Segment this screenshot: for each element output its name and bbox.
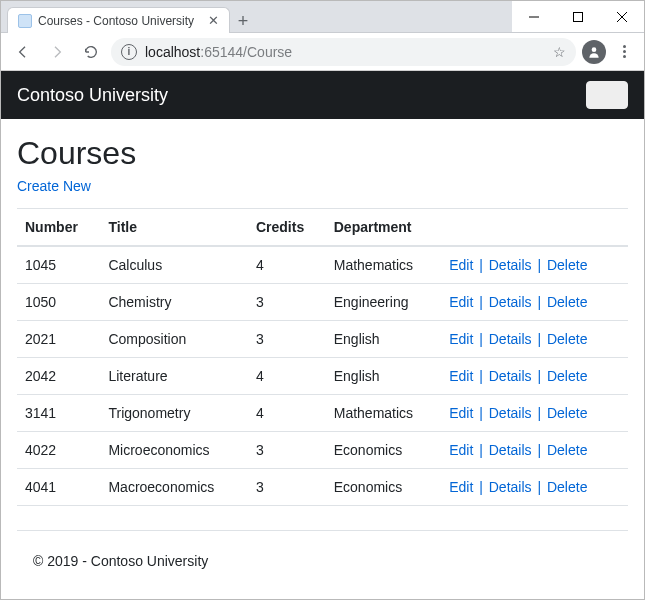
cell-title: Calculus bbox=[100, 246, 248, 284]
action-separator: | bbox=[532, 405, 547, 421]
table-row: 1050Chemistry3EngineeringEdit | Details … bbox=[17, 284, 628, 321]
edit-link[interactable]: Edit bbox=[449, 479, 473, 495]
close-icon[interactable]: ✕ bbox=[208, 13, 219, 28]
delete-link[interactable]: Delete bbox=[547, 479, 587, 495]
action-separator: | bbox=[473, 331, 488, 347]
url-path: /Course bbox=[243, 44, 292, 60]
cell-number: 4022 bbox=[17, 432, 100, 469]
action-separator: | bbox=[532, 294, 547, 310]
cell-actions: Edit | Details | Delete bbox=[441, 469, 628, 506]
table-row: 2042Literature4EnglishEdit | Details | D… bbox=[17, 358, 628, 395]
edit-link[interactable]: Edit bbox=[449, 257, 473, 273]
browser-toolbar: i localhost:65144/Course ☆ bbox=[1, 33, 644, 71]
details-link[interactable]: Details bbox=[489, 331, 532, 347]
col-actions bbox=[441, 209, 628, 247]
delete-link[interactable]: Delete bbox=[547, 257, 587, 273]
forward-button[interactable] bbox=[43, 38, 71, 66]
action-separator: | bbox=[532, 442, 547, 458]
cell-actions: Edit | Details | Delete bbox=[441, 395, 628, 432]
table-row: 4041Macroeconomics3EconomicsEdit | Detai… bbox=[17, 469, 628, 506]
action-separator: | bbox=[473, 405, 488, 421]
cell-number: 1045 bbox=[17, 246, 100, 284]
cell-credits: 3 bbox=[248, 321, 326, 358]
details-link[interactable]: Details bbox=[489, 405, 532, 421]
address-bar[interactable]: i localhost:65144/Course ☆ bbox=[111, 38, 576, 66]
col-number: Number bbox=[17, 209, 100, 247]
svg-rect-0 bbox=[574, 12, 583, 21]
cell-actions: Edit | Details | Delete bbox=[441, 284, 628, 321]
cell-number: 3141 bbox=[17, 395, 100, 432]
edit-link[interactable]: Edit bbox=[449, 405, 473, 421]
browser-menu-button[interactable] bbox=[612, 43, 636, 60]
col-department: Department bbox=[326, 209, 441, 247]
tab-favicon bbox=[18, 14, 32, 28]
maximize-button[interactable] bbox=[556, 1, 600, 32]
navbar-brand[interactable]: Contoso University bbox=[17, 85, 168, 106]
tab-title: Courses - Contoso University bbox=[38, 14, 194, 28]
page-content: Courses Create New Number Title Credits … bbox=[1, 119, 644, 506]
cell-department: Economics bbox=[326, 432, 441, 469]
site-info-icon[interactable]: i bbox=[121, 44, 137, 60]
action-separator: | bbox=[473, 368, 488, 384]
cell-number: 2042 bbox=[17, 358, 100, 395]
browser-window: Courses - Contoso University ✕ + bbox=[0, 0, 645, 600]
profile-avatar[interactable] bbox=[582, 40, 606, 64]
action-separator: | bbox=[473, 257, 488, 273]
delete-link[interactable]: Delete bbox=[547, 368, 587, 384]
action-separator: | bbox=[473, 442, 488, 458]
details-link[interactable]: Details bbox=[489, 257, 532, 273]
table-row: 2021Composition3EnglishEdit | Details | … bbox=[17, 321, 628, 358]
cell-department: Engineering bbox=[326, 284, 441, 321]
action-separator: | bbox=[473, 479, 488, 495]
back-button[interactable] bbox=[9, 38, 37, 66]
url-port: :65144 bbox=[200, 44, 243, 60]
cell-department: Mathematics bbox=[326, 395, 441, 432]
delete-link[interactable]: Delete bbox=[547, 331, 587, 347]
cell-credits: 3 bbox=[248, 469, 326, 506]
action-separator: | bbox=[532, 479, 547, 495]
cell-credits: 4 bbox=[248, 395, 326, 432]
edit-link[interactable]: Edit bbox=[449, 442, 473, 458]
page-footer: © 2019 - Contoso University bbox=[17, 530, 628, 591]
cell-credits: 3 bbox=[248, 432, 326, 469]
browser-tab[interactable]: Courses - Contoso University ✕ bbox=[7, 7, 230, 33]
action-separator: | bbox=[532, 257, 547, 273]
cell-department: English bbox=[326, 321, 441, 358]
edit-link[interactable]: Edit bbox=[449, 331, 473, 347]
delete-link[interactable]: Delete bbox=[547, 405, 587, 421]
details-link[interactable]: Details bbox=[489, 442, 532, 458]
reload-button[interactable] bbox=[77, 38, 105, 66]
cell-actions: Edit | Details | Delete bbox=[441, 432, 628, 469]
bookmark-star-icon[interactable]: ☆ bbox=[553, 44, 566, 60]
delete-link[interactable]: Delete bbox=[547, 294, 587, 310]
cell-department: Economics bbox=[326, 469, 441, 506]
window-controls bbox=[512, 1, 644, 33]
new-tab-button[interactable]: + bbox=[230, 11, 256, 32]
cell-number: 2021 bbox=[17, 321, 100, 358]
titlebar: Courses - Contoso University ✕ + bbox=[1, 1, 644, 33]
url-text: localhost:65144/Course bbox=[145, 44, 545, 60]
cell-number: 1050 bbox=[17, 284, 100, 321]
edit-link[interactable]: Edit bbox=[449, 368, 473, 384]
cell-title: Chemistry bbox=[100, 284, 248, 321]
tab-strip: Courses - Contoso University ✕ + bbox=[1, 1, 512, 33]
create-new-link[interactable]: Create New bbox=[17, 178, 91, 194]
table-row: 1045Calculus4MathematicsEdit | Details |… bbox=[17, 246, 628, 284]
table-row: 3141Trigonometry4MathematicsEdit | Detai… bbox=[17, 395, 628, 432]
cell-title: Composition bbox=[100, 321, 248, 358]
navbar-toggle-button[interactable] bbox=[586, 81, 628, 109]
courses-table: Number Title Credits Department 1045Calc… bbox=[17, 208, 628, 506]
close-window-button[interactable] bbox=[600, 1, 644, 32]
details-link[interactable]: Details bbox=[489, 368, 532, 384]
url-host: localhost bbox=[145, 44, 200, 60]
delete-link[interactable]: Delete bbox=[547, 442, 587, 458]
edit-link[interactable]: Edit bbox=[449, 294, 473, 310]
action-separator: | bbox=[473, 294, 488, 310]
details-link[interactable]: Details bbox=[489, 294, 532, 310]
action-separator: | bbox=[532, 368, 547, 384]
cell-actions: Edit | Details | Delete bbox=[441, 358, 628, 395]
cell-title: Macroeconomics bbox=[100, 469, 248, 506]
details-link[interactable]: Details bbox=[489, 479, 532, 495]
minimize-button[interactable] bbox=[512, 1, 556, 32]
col-title: Title bbox=[100, 209, 248, 247]
